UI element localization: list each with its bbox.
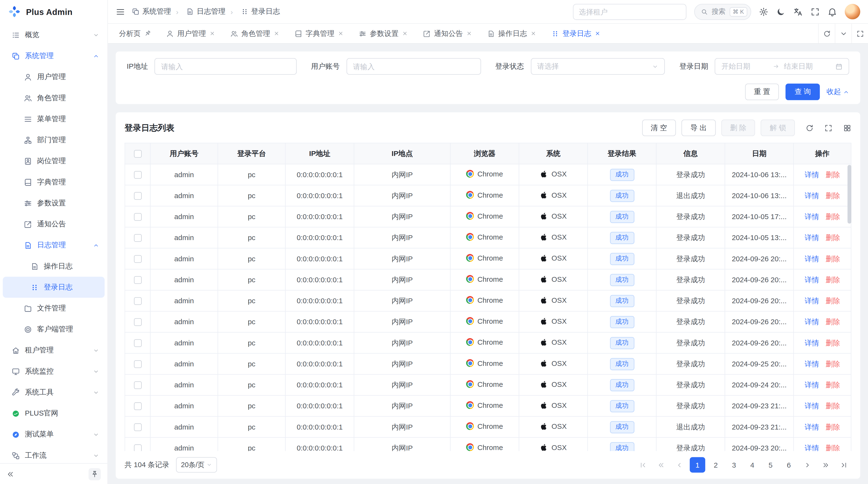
refresh-table-icon[interactable] [806, 124, 814, 132]
column-header[interactable]: 浏览器 [451, 143, 519, 164]
table-scrollbar[interactable] [847, 165, 851, 451]
content-fullscreen-icon[interactable] [851, 24, 868, 43]
bell-icon[interactable] [828, 7, 837, 17]
sidebar-item[interactable]: 租户管理 [3, 340, 104, 361]
delete-link[interactable]: 删除 [826, 338, 840, 347]
dark-mode-moon-icon[interactable] [776, 7, 785, 17]
detail-link[interactable]: 详情 [805, 170, 819, 179]
column-header[interactable]: IP地址 [285, 143, 354, 164]
column-header[interactable]: IP地点 [354, 143, 450, 164]
tab[interactable]: 参数设置 [359, 28, 408, 38]
tab-close-icon[interactable] [338, 30, 344, 36]
detail-link[interactable]: 详情 [805, 444, 819, 451]
sidebar-item[interactable]: 工作流 [3, 445, 104, 463]
tab-close-icon[interactable] [209, 30, 215, 36]
unlock-button[interactable]: 解 锁 [761, 120, 795, 136]
logo[interactable]: Plus Admin [0, 0, 107, 23]
delete-button[interactable]: 删 除 [721, 120, 755, 136]
delete-link[interactable]: 删除 [826, 317, 840, 326]
tab-close-icon[interactable] [595, 30, 600, 36]
sidebar-item[interactable]: 菜单管理 [3, 108, 104, 129]
row-checkbox[interactable] [133, 318, 141, 326]
detail-link[interactable]: 详情 [805, 233, 819, 241]
jump-back-button[interactable] [653, 457, 669, 473]
sidebar-item[interactable]: 角色管理 [3, 88, 104, 108]
breadcrumb-item[interactable]: 登录日志 [225, 7, 280, 17]
page-number-button[interactable]: 2 [708, 457, 723, 473]
select-all-checkbox[interactable] [133, 150, 141, 158]
row-checkbox[interactable] [133, 234, 141, 242]
query-button[interactable]: 查 询 [786, 84, 820, 100]
breadcrumb-item[interactable]: 系统管理 [132, 7, 171, 17]
row-checkbox[interactable] [133, 192, 141, 200]
delete-link[interactable]: 删除 [826, 212, 840, 220]
gear-icon[interactable] [759, 7, 768, 17]
sidebar-item[interactable]: 字典管理 [3, 172, 104, 193]
tab[interactable]: 用户管理 [166, 28, 215, 38]
detail-link[interactable]: 详情 [805, 423, 819, 431]
delete-link[interactable]: 删除 [826, 296, 840, 304]
row-checkbox[interactable] [133, 360, 141, 368]
ip-input[interactable] [155, 58, 297, 75]
first-page-button[interactable] [635, 457, 650, 473]
page-number-button[interactable]: 4 [745, 457, 760, 473]
collapse-sidebar-icon[interactable] [7, 470, 14, 478]
sidebar-item[interactable]: 文件管理 [3, 298, 104, 319]
tenant-select-input[interactable] [572, 4, 686, 20]
sidebar-item[interactable]: 参数设置 [3, 193, 104, 214]
delete-link[interactable]: 删除 [826, 275, 840, 284]
column-header[interactable]: 登录平台 [218, 143, 285, 164]
row-checkbox[interactable] [133, 297, 141, 305]
delete-link[interactable]: 删除 [826, 233, 840, 241]
column-header[interactable]: 登录结果 [588, 143, 656, 164]
row-checkbox[interactable] [133, 171, 141, 179]
sidebar-item[interactable]: 系统监控 [3, 361, 104, 382]
page-number-button[interactable]: 3 [726, 457, 742, 473]
column-header[interactable]: 日期 [725, 143, 794, 164]
sidebar-item[interactable]: 系统工具 [3, 382, 104, 403]
page-size-select[interactable]: 20条/页 [176, 457, 217, 473]
row-checkbox[interactable] [133, 276, 141, 284]
row-checkbox[interactable] [133, 402, 141, 410]
detail-link[interactable]: 详情 [805, 254, 819, 262]
column-header[interactable]: 系统 [519, 143, 588, 164]
tab[interactable]: 登录日志 [551, 28, 600, 38]
detail-link[interactable]: 详情 [805, 401, 819, 410]
tab-close-icon[interactable] [466, 30, 472, 36]
tab-pin-icon[interactable] [143, 28, 153, 39]
fullscreen-icon[interactable] [810, 7, 820, 17]
delete-link[interactable]: 删除 [826, 401, 840, 410]
sidebar-item[interactable]: PLUS官网 [3, 403, 104, 424]
column-header[interactable]: 信息 [656, 143, 725, 164]
page-number-button[interactable]: 1 [690, 457, 705, 473]
page-number-button[interactable]: 6 [781, 457, 797, 473]
sidebar-item[interactable]: 日志管理 [3, 234, 104, 256]
reset-button[interactable]: 重 置 [745, 84, 779, 100]
delete-link[interactable]: 删除 [826, 380, 840, 389]
sidebar-item[interactable]: 部门管理 [3, 129, 104, 151]
sidebar-item[interactable]: 用户管理 [3, 67, 104, 88]
delete-link[interactable]: 删除 [826, 444, 840, 451]
export-button[interactable]: 导 出 [682, 120, 716, 136]
sidebar-item[interactable]: 系统管理 [3, 45, 104, 66]
clear-button[interactable]: 清 空 [642, 120, 676, 136]
row-checkbox[interactable] [133, 423, 141, 431]
scrollbar-thumb[interactable] [847, 165, 851, 223]
jump-forward-button[interactable] [817, 457, 833, 473]
sidebar-item[interactable]: 岗位管理 [3, 151, 104, 171]
sidebar-item[interactable]: 通知公告 [3, 214, 104, 234]
sidebar-item[interactable]: 测试菜单 [3, 424, 104, 445]
detail-link[interactable]: 详情 [805, 191, 819, 199]
tab[interactable]: 分析页 [116, 28, 151, 38]
tab-close-icon[interactable] [530, 30, 536, 36]
row-checkbox[interactable] [133, 255, 141, 263]
table-fullscreen-icon[interactable] [824, 124, 833, 132]
delete-link[interactable]: 删除 [826, 170, 840, 179]
detail-link[interactable]: 详情 [805, 212, 819, 220]
account-input[interactable] [346, 58, 481, 75]
delete-link[interactable]: 删除 [826, 191, 840, 199]
column-header[interactable]: 操作 [794, 143, 851, 164]
detail-link[interactable]: 详情 [805, 380, 819, 389]
detail-link[interactable]: 详情 [805, 317, 819, 326]
last-page-button[interactable] [836, 457, 851, 473]
